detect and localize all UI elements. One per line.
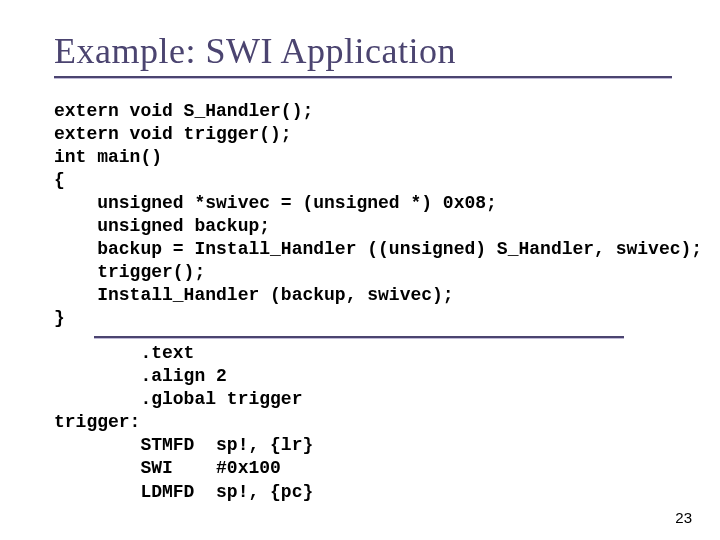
slide: Example: SWI Application extern void S_H…: [0, 0, 720, 540]
code-block-c: extern void S_Handler(); extern void tri…: [54, 100, 672, 330]
title-rule: [54, 76, 672, 78]
code-block-asm: .text .align 2 .global trigger trigger: …: [54, 342, 672, 503]
separator-rule: [94, 336, 624, 338]
slide-title: Example: SWI Application: [54, 30, 672, 72]
page-number: 23: [675, 509, 692, 526]
